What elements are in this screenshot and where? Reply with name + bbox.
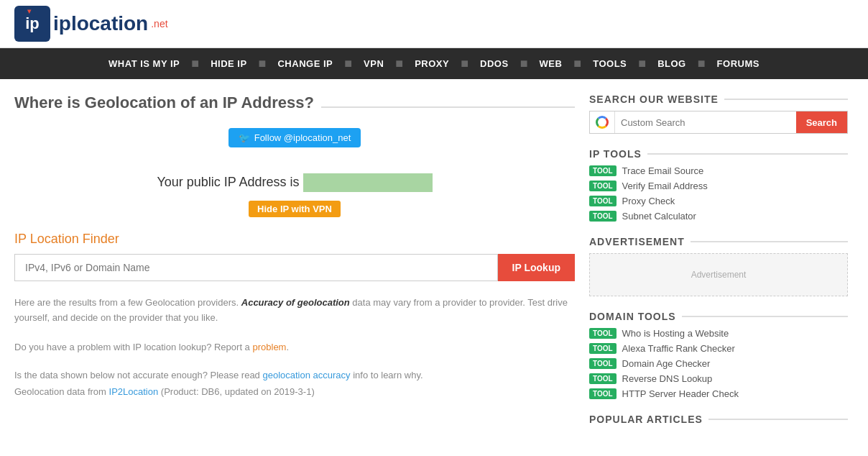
nav-sep-7: ■ — [573, 56, 581, 71]
geolocation-accuracy-link[interactable]: geolocation accuracy — [262, 370, 350, 380]
twitter-follow-btn[interactable]: Follow @iplocation_net — [228, 128, 361, 147]
tool-badge: TOOL — [589, 181, 617, 191]
advertisement-section: ADVERTISEMENT Advertisement — [589, 236, 848, 296]
logo: ip iplocation .net — [14, 6, 168, 42]
page-title-bar: Where is Geolocation of an IP Address? — [14, 94, 575, 121]
domain-tools-heading-line — [682, 316, 848, 317]
nav-sep-8: ■ — [638, 56, 646, 71]
nav-sep-3: ■ — [344, 56, 352, 71]
search-heading: SEARCH OUR WEBSITE — [589, 94, 848, 105]
desc2-suffix: . — [286, 342, 289, 352]
ad-placeholder: Advertisement — [589, 253, 848, 296]
who-is-hosting-link[interactable]: Who is Hosting a Website — [622, 328, 729, 339]
page-title: Where is Geolocation of an IP Address? — [14, 94, 314, 112]
tool-badge: TOOL — [589, 328, 617, 339]
nav-hide-ip[interactable]: HIDE IP — [199, 48, 258, 79]
hide-ip-btn[interactable]: Hide IP with VPN — [249, 201, 341, 217]
tool-badge: TOOL — [589, 165, 617, 176]
ip-search-input[interactable] — [14, 254, 498, 281]
nav-web[interactable]: WEB — [528, 48, 574, 79]
twitter-label: Follow @iplocation_net — [254, 132, 351, 143]
logo-icon: ip — [14, 6, 50, 42]
content-area: Where is Geolocation of an IP Address? F… — [14, 94, 575, 439]
nav-tools[interactable]: TOOLS — [581, 48, 638, 79]
geo-suffix: (Product: DB6, updated on 2019-3-1) — [158, 386, 315, 397]
nav-sep-5: ■ — [461, 56, 468, 71]
finder-title-prefix: IP Location — [14, 232, 83, 246]
ip-tools-heading-text: IP TOOLS — [589, 148, 642, 160]
google-g-icon — [596, 116, 609, 129]
ip-tools-list: TOOL Trace Email Source TOOL Verify Emai… — [589, 165, 848, 222]
ip-lookup-button[interactable]: IP Lookup — [498, 254, 575, 281]
ip-input-row: IP Lookup — [14, 254, 575, 281]
list-item: TOOL Subnet Calculator — [589, 211, 848, 222]
domain-tools-list: TOOL Who is Hosting a Website TOOL Alexa… — [589, 328, 848, 399]
nav-proxy[interactable]: PROXY — [403, 48, 461, 79]
nav-vpn[interactable]: VPN — [352, 48, 395, 79]
bottom-text-prefix: Is the data shown below not accurate eno… — [14, 370, 262, 380]
finder-title: IP Location Finder — [14, 232, 575, 247]
advertisement-heading-text: ADVERTISEMENT — [589, 236, 685, 247]
list-item: TOOL HTTP Server Header Check — [589, 388, 848, 399]
tool-badge: TOOL — [589, 373, 617, 384]
list-item: TOOL Verify Email Address — [589, 181, 848, 191]
desc-para-2: Do you have a problem with IP location l… — [14, 340, 575, 355]
domain-age-link[interactable]: Domain Age Checker — [622, 358, 711, 369]
trace-email-link[interactable]: Trace Email Source — [622, 165, 704, 176]
tool-badge: TOOL — [589, 196, 617, 206]
tool-badge: TOOL — [589, 358, 617, 369]
tool-badge: TOOL — [589, 211, 617, 222]
nav-change-ip[interactable]: CHANGE IP — [266, 48, 344, 79]
list-item: TOOL Reverse DNS Lookup — [589, 373, 848, 384]
logo-net: .net — [151, 18, 167, 29]
advertisement-heading: ADVERTISEMENT — [589, 236, 848, 247]
nav-sep-2: ■ — [259, 56, 267, 71]
nav-sep-9: ■ — [698, 56, 706, 71]
ip-address — [303, 173, 433, 192]
ip2location-link[interactable]: IP2Location — [109, 386, 159, 397]
http-header-link[interactable]: HTTP Server Header Check — [622, 388, 739, 399]
nav-what-is-my-ip[interactable]: WHAT IS MY IP — [97, 48, 191, 79]
proxy-check-link[interactable]: Proxy Check — [622, 196, 675, 206]
search-button[interactable]: Search — [796, 111, 847, 133]
domain-tools-heading: DOMAIN TOOLS — [589, 311, 848, 322]
desc-para-1: Here are the results from a few Geolocat… — [14, 296, 575, 326]
popular-articles-heading-line — [708, 419, 848, 420]
finder-title-highlight: Finder — [83, 232, 119, 246]
main-container: Where is Geolocation of an IP Address? F… — [0, 79, 862, 454]
reverse-dns-link[interactable]: Reverse DNS Lookup — [622, 373, 713, 384]
ip-tools-heading: IP TOOLS — [589, 148, 848, 160]
search-input[interactable] — [615, 111, 796, 133]
google-logo — [590, 111, 615, 133]
problem-link[interactable]: problem — [252, 342, 286, 352]
desc1-text: Here are the results from a few Geolocat… — [14, 297, 241, 308]
search-heading-text: SEARCH OUR WEBSITE — [589, 94, 719, 105]
geo-prefix: Geolocation data from — [14, 386, 109, 397]
verify-email-link[interactable]: Verify Email Address — [622, 181, 708, 191]
nav-blog[interactable]: BLOG — [646, 48, 698, 79]
domain-tools-section: DOMAIN TOOLS TOOL Who is Hosting a Websi… — [589, 311, 848, 399]
ip-prefix-text: Your public IP Address is — [14, 173, 575, 196]
tool-badge: TOOL — [589, 343, 617, 354]
search-heading-line — [724, 99, 848, 100]
nav-forums[interactable]: FORUMS — [706, 48, 771, 79]
nav-sep-4: ■ — [395, 56, 403, 71]
list-item: TOOL Who is Hosting a Website — [589, 328, 848, 339]
nav-ddos[interactable]: DDOS — [468, 48, 520, 79]
subnet-calc-link[interactable]: Subnet Calculator — [622, 211, 696, 222]
alexa-rank-link[interactable]: Alexa Traffic Rank Checker — [622, 343, 735, 354]
list-item: TOOL Domain Age Checker — [589, 358, 848, 369]
ip-display: Your public IP Address is Hide IP with V… — [14, 173, 575, 217]
list-item: TOOL Alexa Traffic Rank Checker — [589, 343, 848, 354]
nav-sep-6: ■ — [520, 56, 528, 71]
logo-text: iplocation — [53, 12, 148, 35]
popular-articles-heading: POPULAR ARTICLES — [589, 414, 848, 425]
popular-articles-heading-text: POPULAR ARTICLES — [589, 414, 703, 425]
nav-sep-1: ■ — [191, 56, 199, 71]
main-nav: WHAT IS MY IP ■ HIDE IP ■ CHANGE IP ■ VP… — [0, 48, 868, 79]
ip-prefix: Your public IP Address is — [157, 175, 299, 189]
description-block: Here are the results from a few Geolocat… — [14, 296, 575, 355]
list-item: TOOL Proxy Check — [589, 196, 848, 206]
header: ip iplocation .net — [0, 0, 868, 48]
ip-finder: IP Location Finder IP Lookup — [14, 232, 575, 281]
